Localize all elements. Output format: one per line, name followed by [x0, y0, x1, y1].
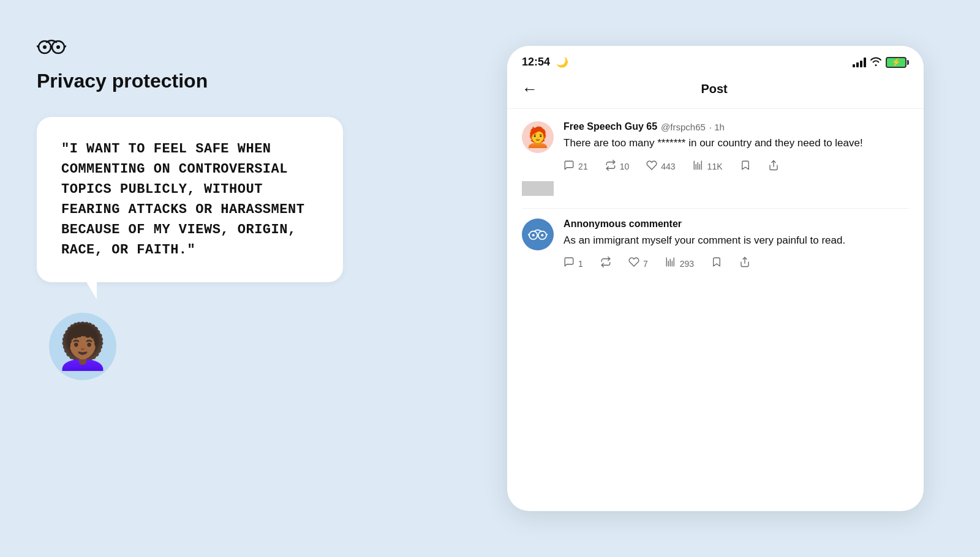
tweet-text-2: As an immigrant myself your comment is v… [564, 233, 909, 249]
bookmark-action-1[interactable] [740, 160, 751, 174]
status-time: 12:54 [522, 56, 550, 69]
tweet-handle-1: @frspch65 [661, 122, 706, 132]
tweet-text-1: There are too many ******* in our countr… [564, 136, 909, 151]
retweet-count-1: 10 [620, 162, 630, 171]
views-icon-2 [665, 256, 676, 271]
signal-icon [853, 58, 866, 67]
tweet-header-1: Free Speech Guy 65 @frspch65 · 1h [564, 121, 909, 132]
reply-icon-1 [564, 160, 575, 174]
phone-mockup: 12:54 🌙 [507, 46, 924, 511]
tweet-avatar-1: 🧑‍🦰 [522, 121, 554, 153]
views-action-1[interactable]: 11K [693, 160, 723, 174]
quote-card: "I want to feel safe when commenting on … [37, 117, 343, 282]
post-content: 🧑‍🦰 Free Speech Guy 65 @frspch65 · 1h Th… [507, 109, 924, 511]
user-avatar: 👩🏾‍🦱 [49, 313, 116, 380]
privacy-icon [37, 37, 66, 62]
retweet-action-1[interactable]: 10 [605, 160, 630, 174]
right-panel: 12:54 🌙 [488, 46, 943, 511]
like-action-2[interactable]: 7 [628, 256, 648, 271]
tweet-item-2: Annonymous commenter As an immigrant mys… [522, 219, 909, 271]
wifi-icon [870, 56, 882, 69]
svg-point-14 [541, 234, 543, 236]
reply-icon-2 [564, 256, 575, 271]
tweet-header-2: Annonymous commenter [564, 219, 909, 230]
like-count-2: 7 [643, 259, 648, 269]
reply-action-2[interactable]: 1 [564, 256, 583, 271]
share-action-1[interactable] [768, 160, 779, 174]
like-icon-2 [628, 256, 639, 271]
thread-connector [522, 179, 909, 198]
views-count-2: 293 [680, 259, 694, 269]
tweet-avatar-2 [522, 219, 554, 250]
retweet-icon-1 [605, 160, 616, 174]
like-icon-1 [646, 160, 657, 174]
share-action-2[interactable] [739, 256, 750, 271]
share-icon-2 [739, 256, 750, 271]
status-icons: ⚡ [853, 56, 909, 69]
tweet-time-1: · 1h [709, 122, 725, 132]
tweet-actions-2: 1 [564, 256, 909, 271]
svg-point-5 [43, 45, 47, 49]
retweet-action-2[interactable] [600, 256, 611, 271]
tweet-separator [522, 208, 909, 209]
retweet-icon-2 [600, 256, 611, 271]
tweet-body-1: Free Speech Guy 65 @frspch65 · 1h There … [564, 121, 909, 174]
like-action-1[interactable]: 443 [646, 160, 675, 174]
like-count-1: 443 [661, 162, 675, 171]
tweet-name-1: Free Speech Guy 65 [564, 121, 657, 132]
main-container: Privacy protection "I want to feel safe … [0, 0, 980, 557]
battery-icon: ⚡ [886, 57, 909, 68]
views-count-1: 11K [707, 162, 723, 171]
user-avatar-container: 👩🏾‍🦱 [49, 313, 116, 380]
bookmark-icon-1 [740, 160, 751, 174]
tweet-actions-1: 21 [564, 160, 909, 174]
left-panel: Privacy protection "I want to feel safe … [37, 24, 451, 533]
svg-point-6 [56, 45, 60, 49]
reply-count-1: 21 [578, 162, 588, 171]
tweet-item-1: 🧑‍🦰 Free Speech Guy 65 @frspch65 · 1h Th… [522, 121, 909, 174]
moon-icon: 🌙 [556, 56, 568, 68]
bookmark-icon-2 [711, 256, 722, 271]
status-bar: 12:54 🌙 [507, 46, 924, 73]
privacy-title: Privacy protection [37, 70, 208, 92]
bookmark-action-2[interactable] [711, 256, 722, 271]
tweet-name-2: Annonymous commenter [564, 219, 682, 230]
views-icon-1 [693, 160, 704, 174]
back-button[interactable]: ← [522, 80, 538, 99]
nav-title: Post [538, 82, 891, 96]
share-icon-1 [768, 160, 779, 174]
svg-line-4 [64, 46, 66, 47]
reply-action-1[interactable]: 21 [564, 160, 588, 174]
reply-count-2: 1 [578, 259, 583, 269]
tweet-body-2: Annonymous commenter As an immigrant mys… [564, 219, 909, 271]
svg-point-13 [532, 234, 535, 236]
svg-line-3 [37, 46, 39, 47]
nav-bar: ← Post [507, 73, 924, 109]
views-action-2[interactable]: 293 [665, 256, 694, 271]
quote-text: "I want to feel safe when commenting on … [61, 139, 318, 260]
